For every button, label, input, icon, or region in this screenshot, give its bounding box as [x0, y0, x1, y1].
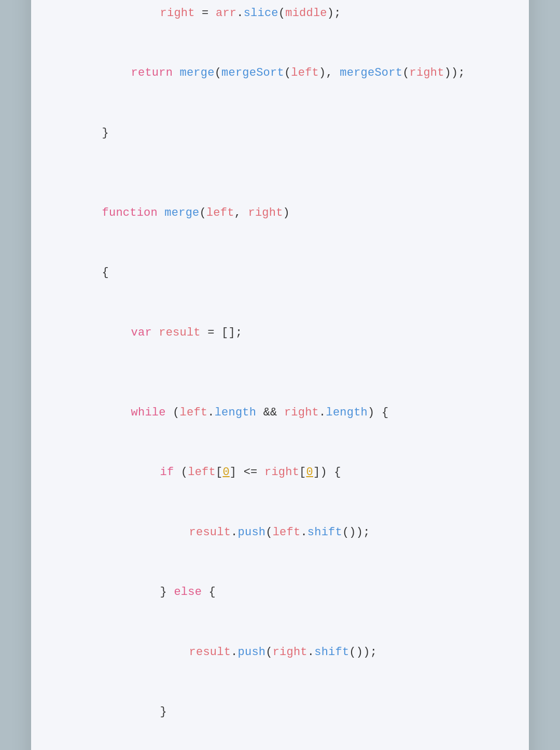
code-line-13: { [60, 243, 500, 303]
code-line-10: } [60, 103, 500, 163]
kw-return-2: return [131, 66, 180, 79]
code-line-12: function merge(left, right) [60, 183, 500, 243]
param-left-3: left [188, 466, 216, 479]
code-line-16: while (left.length && right.length) { [60, 383, 500, 443]
var-result: result [159, 326, 201, 339]
var-result-3: result [189, 646, 231, 659]
fn-merge-2: merge [164, 206, 199, 219]
param-right-3: right [264, 466, 299, 479]
code-line-18: result.push(left.shift()); [60, 503, 500, 563]
fn-merge-1: merge [180, 66, 215, 79]
code-line-8: right = arr.slice(middle); [60, 0, 500, 44]
code-card: //五分钟学算法：JavaScript代码实现 function mergeSo… [31, 0, 529, 750]
var-left-2: left [291, 66, 319, 79]
var-middle-3: middle [285, 7, 327, 20]
kw-if-2: if [160, 466, 181, 479]
code-line-20: result.push(right.shift()); [60, 622, 500, 683]
code-line-21: } [60, 683, 500, 743]
code-line-19: } else { [60, 563, 500, 623]
fn-mergesort-2: mergeSort [221, 66, 284, 79]
method-slice-2: slice [244, 7, 278, 20]
kw-var-3: var [131, 326, 159, 339]
param-right-2: right [284, 406, 319, 419]
fn-mergesort-3: mergeSort [340, 66, 402, 79]
code-line-14: var result = []; [60, 303, 500, 363]
kw-else: else [174, 586, 208, 599]
num-0c: 0 [306, 466, 313, 479]
code-line-17: if (left[0] <= right[0]) { [60, 443, 500, 503]
method-shift-2: shift [314, 646, 349, 659]
param-right-1: right [248, 206, 283, 219]
prop-length-2: length [215, 406, 257, 419]
blank-line-3 [60, 363, 500, 383]
method-shift-1: shift [307, 526, 342, 539]
code-line-9: return merge(mergeSort(left), mergeSort(… [60, 44, 500, 104]
kw-function-2: function [102, 206, 165, 219]
code-block: //五分钟学算法：JavaScript代码实现 function mergeSo… [60, 0, 500, 750]
param-right-4: right [273, 646, 307, 659]
num-0b: 0 [222, 466, 229, 479]
code-line-22: } [60, 742, 500, 750]
param-left-4: left [273, 526, 301, 539]
method-push-2: push [238, 646, 266, 659]
blank-line-2 [60, 163, 500, 184]
method-push-1: push [238, 526, 266, 539]
param-left-2: left [180, 406, 208, 419]
kw-while-1: while [131, 406, 173, 419]
param-left-1: left [206, 206, 234, 219]
param-arr-5: arr [216, 7, 236, 20]
prop-length-3: length [326, 406, 368, 419]
var-right: right [160, 7, 195, 20]
var-right-2: right [410, 66, 444, 79]
var-result-2: result [189, 526, 231, 539]
